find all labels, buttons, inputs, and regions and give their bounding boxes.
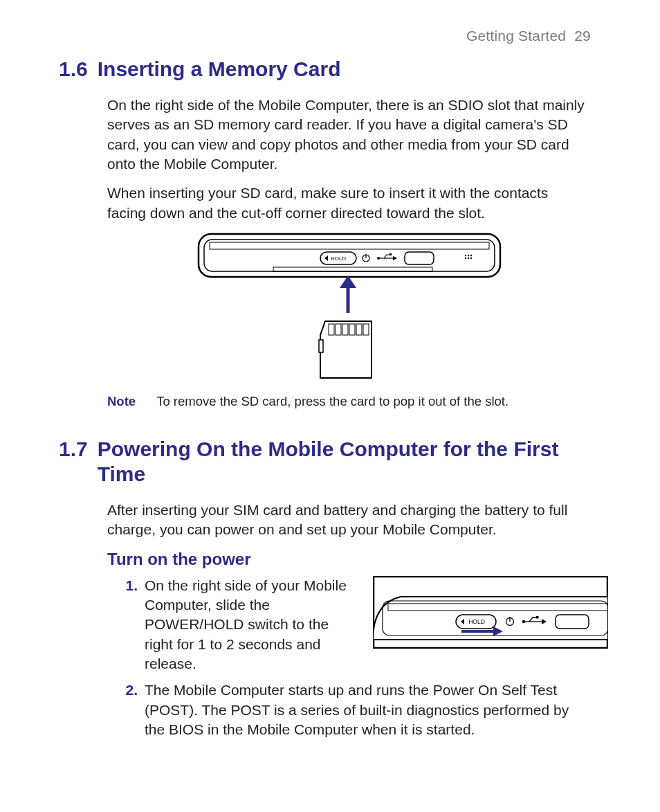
- section-title: Inserting a Memory Card: [98, 57, 591, 82]
- paragraph: On the right side of the Mobile Computer…: [107, 96, 591, 174]
- svg-point-15: [464, 258, 466, 259]
- step-text: On the right side of your Mobile Compute…: [145, 577, 347, 671]
- svg-point-14: [470, 255, 471, 256]
- section-1-6-body: On the right side of the Mobile Computer…: [59, 96, 591, 409]
- svg-point-17: [470, 258, 471, 259]
- steps-list: 1. On the right side of your Mobile Comp…: [107, 576, 591, 740]
- section-number: 1.7: [59, 437, 88, 487]
- svg-point-16: [467, 258, 468, 259]
- list-item: 1. On the right side of your Mobile Comp…: [120, 576, 591, 674]
- device-sd-illustration: HOLD: [197, 233, 502, 381]
- svg-rect-0: [199, 234, 500, 277]
- section-number: 1.6: [59, 57, 88, 82]
- hold-label: HOLD: [468, 618, 485, 625]
- note-row: Note To remove the SD card, press the ca…: [107, 394, 591, 409]
- svg-point-38: [522, 620, 525, 623]
- hold-label: HOLD: [330, 255, 345, 262]
- list-item: 2. The Mobile Computer starts up and run…: [120, 680, 591, 739]
- section-title: Powering On the Mobile Computer for the …: [98, 437, 591, 487]
- svg-rect-9: [389, 253, 392, 255]
- svg-point-13: [467, 255, 468, 256]
- paragraph: After inserting your SIM card and batter…: [107, 500, 591, 540]
- device-power-illustration: HOLD: [373, 576, 608, 649]
- step-text: The Mobile Computer starts up and runs t…: [145, 680, 591, 739]
- figure-sd-card-insert: HOLD: [107, 233, 591, 381]
- section-heading-1-7: 1.7 Powering On the Mobile Computer for …: [59, 437, 591, 487]
- page-header: Getting Started 29: [59, 28, 591, 44]
- header-section: Getting Started: [466, 28, 566, 44]
- step-number: 2.: [120, 680, 138, 739]
- header-page-number: 29: [574, 28, 591, 44]
- note-text: To remove the SD card, press the card to…: [156, 394, 508, 409]
- section-heading-1-6: 1.6 Inserting a Memory Card: [59, 57, 591, 82]
- svg-point-8: [377, 257, 380, 260]
- step-number: 1.: [120, 576, 138, 674]
- svg-rect-21: [319, 340, 323, 352]
- paragraph: When inserting your SD card, make sure t…: [107, 183, 591, 223]
- note-label: Note: [107, 394, 136, 409]
- svg-rect-39: [536, 616, 539, 619]
- subheading-turn-on-power: Turn on the power: [107, 550, 591, 569]
- svg-point-12: [464, 255, 466, 256]
- section-1-7-body: After inserting your SIM card and batter…: [59, 500, 591, 739]
